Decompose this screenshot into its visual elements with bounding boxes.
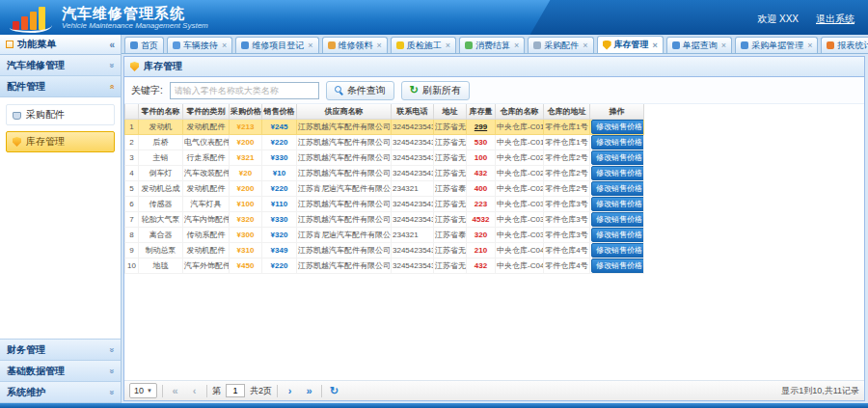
tab-repair-register[interactable]: 维修项目登记× — [235, 37, 318, 53]
tab-car[interactable]: 车辆接待× — [167, 37, 232, 53]
cell-action: 修改销售价格 — [590, 180, 644, 196]
column-header-warehouse[interactable]: 仓库的名称 — [496, 104, 544, 119]
modify-price-button[interactable]: 修改销售价格 — [591, 150, 644, 165]
tab-close-icon[interactable]: × — [583, 41, 587, 50]
column-header-sale[interactable]: 销售价格 — [262, 104, 297, 119]
cell-address: 江苏省无锡市 — [434, 150, 467, 165]
tab-quality-check[interactable]: 质检施工× — [391, 37, 456, 53]
keyword-input[interactable] — [170, 82, 319, 99]
sidebar-section-header[interactable]: 系统维护» — [0, 382, 121, 403]
column-header-action[interactable]: 操作 — [590, 104, 644, 119]
table-row[interactable]: 8离合器传动系配件¥300¥320江苏肯尼迪汽车配件有限公司234321江苏省泰… — [125, 227, 644, 242]
cell-name: 发动机总成 — [139, 180, 183, 196]
column-header-phone[interactable]: 联系电话 — [392, 104, 434, 119]
modify-price-button[interactable]: 修改销售价格 — [591, 243, 644, 258]
sidebar-section-header[interactable]: 配件管理» — [0, 76, 121, 97]
query-button[interactable]: 条件查询 — [326, 81, 394, 100]
cell-warehouse_addr: 零件仓库2号 — [544, 165, 590, 180]
app-title: 汽车维修管理系统 — [62, 5, 208, 21]
tab-billing[interactable]: 消费结算× — [459, 37, 525, 53]
cell-warehouse_addr: 零件仓库1号 — [544, 119, 590, 134]
chevron-down-icon: » — [106, 63, 116, 68]
table-row[interactable]: 2后桥电气仪表配件¥200¥220江苏凯越汽车配件有限公司32454235432… — [125, 134, 644, 150]
cell-action: 修改销售价格 — [590, 258, 644, 273]
repair-register-icon — [241, 41, 249, 49]
tab-purchase-parts[interactable]: 采购配件× — [528, 37, 593, 53]
page-size-select[interactable]: 10 ▼ — [129, 383, 157, 398]
tab-close-icon[interactable]: × — [308, 41, 312, 50]
cell-sale: ¥245 — [262, 119, 297, 134]
cell-stock: 100 — [467, 150, 496, 165]
tab-close-icon[interactable]: × — [446, 41, 450, 50]
first-page-button[interactable]: « — [168, 384, 182, 398]
tab-purchase-docs[interactable]: 采购单据管理× — [735, 37, 818, 53]
column-header-address[interactable]: 地址 — [434, 104, 467, 119]
column-header-supplier[interactable]: 供应商名称 — [297, 104, 392, 119]
sidebar-section-label: 财务管理 — [7, 343, 45, 357]
tab-inventory-shield[interactable]: 库存管理× — [597, 36, 664, 53]
modify-price-button[interactable]: 修改销售价格 — [591, 166, 644, 180]
tab-close-icon[interactable]: × — [653, 41, 658, 50]
cell-warehouse: 中央仓库-C03 — [496, 211, 544, 227]
tab-close-icon[interactable]: × — [514, 41, 519, 50]
table-row[interactable]: 5发动机总成发动机配件¥200¥220江苏肯尼迪汽车配件有限公司234321江苏… — [125, 180, 644, 196]
table-row[interactable]: 3主销行走系配件¥321¥330江苏凯越汽车配件有限公司32454235432江… — [125, 150, 644, 165]
modify-price-button[interactable]: 修改销售价格 — [591, 135, 644, 150]
column-header-category[interactable]: 零件的类别 — [183, 104, 230, 119]
column-header-stock[interactable]: 库存量 — [467, 104, 496, 119]
sidebar-section-content: 采购配件库存管理 — [0, 97, 121, 340]
modify-price-button[interactable]: 修改销售价格 — [591, 212, 644, 227]
cell-supplier: 江苏凯越汽车配件有限公司 — [297, 134, 392, 150]
refresh-all-button[interactable]: ↻ 刷新所有 — [401, 81, 470, 100]
tab-home[interactable]: 首页 — [124, 37, 164, 53]
cell-warehouse: 中央仓库-C01 — [496, 119, 544, 134]
table-row[interactable]: 6传感器汽车灯具¥100¥110江苏凯越汽车配件有限公司32454235432江… — [125, 196, 644, 211]
reload-page-icon[interactable]: ↻ — [327, 384, 341, 398]
modify-price-button[interactable]: 修改销售价格 — [591, 258, 644, 273]
cell-warehouse_addr: 零件仓库2号 — [544, 180, 590, 196]
prev-page-button[interactable]: ‹ — [187, 384, 202, 398]
table-row[interactable]: 9制动总泵发动机配件¥310¥349江苏凯越汽车配件有限公司3245423543… — [125, 242, 644, 258]
next-page-button[interactable]: › — [283, 384, 297, 398]
sidebar-item[interactable]: 采购配件 — [6, 104, 115, 125]
cell-address: 江苏省无锡市 — [434, 196, 467, 211]
sidebar-section-header[interactable]: 财务管理» — [0, 340, 121, 361]
table-row[interactable]: 1发动机发动机配件¥213¥245江苏凯越汽车配件有限公司32454235432… — [125, 119, 644, 134]
table-row[interactable]: 4倒车灯汽车改装配件¥20¥10江苏凯越汽车配件有限公司32454235432江… — [125, 165, 644, 180]
column-header-warehouse_addr[interactable]: 仓库的地址 — [544, 104, 590, 119]
table-row[interactable]: 7轮胎大气泵汽车内饰配件¥320¥330江苏凯越汽车配件有限公司32454235… — [125, 211, 644, 227]
sidebar-section-header[interactable]: 汽车维修管理» — [0, 55, 121, 76]
tab-materials[interactable]: 维修领料× — [322, 37, 388, 53]
logout-link[interactable]: 退出系统 — [816, 13, 854, 26]
modify-price-button[interactable]: 修改销售价格 — [591, 120, 644, 134]
tab-doc-search[interactable]: 单据查询× — [666, 37, 732, 53]
column-header-purchase[interactable]: 采购价格 — [230, 104, 262, 119]
modify-price-button[interactable]: 修改销售价格 — [591, 181, 644, 196]
cell-stock: 432 — [467, 165, 496, 180]
cell-category: 发动机配件 — [183, 119, 230, 134]
page-number-input[interactable] — [226, 384, 245, 397]
cell-name: 发动机 — [139, 119, 183, 134]
tab-close-icon[interactable]: × — [222, 41, 227, 50]
tab-close-icon[interactable]: × — [807, 41, 812, 50]
sidebar-section-header[interactable]: 基础数据管理» — [0, 361, 121, 382]
cell-name: 制动总泵 — [139, 242, 183, 258]
cell-stock: 530 — [467, 134, 496, 150]
modify-price-button[interactable]: 修改销售价格 — [591, 197, 644, 211]
report-stats-icon — [827, 41, 834, 49]
tab-close-icon[interactable]: × — [721, 41, 726, 50]
bottom-border — [0, 403, 868, 408]
table-row[interactable]: 10地毯汽车外饰配件¥450¥220江苏凯越汽车配件有限公司3245423543… — [125, 258, 644, 273]
column-header-no[interactable] — [125, 104, 139, 119]
column-header-name[interactable]: 零件的名称 — [139, 104, 183, 119]
cell-category: 发动机配件 — [183, 242, 230, 258]
sidebar-item[interactable]: 库存管理 — [6, 131, 115, 152]
collapse-sidebar-icon[interactable]: « — [109, 40, 115, 50]
tab-report-stats[interactable]: 报表统计× — [821, 37, 868, 53]
cell-supplier: 江苏凯越汽车配件有限公司 — [297, 258, 392, 273]
data-grid: 零件的名称零件的类别采购价格销售价格供应商名称联系电话地址库存量仓库的名称仓库的… — [124, 104, 864, 380]
last-page-button[interactable]: » — [302, 384, 316, 398]
modify-price-button[interactable]: 修改销售价格 — [591, 228, 644, 242]
cell-sale: ¥220 — [262, 134, 297, 150]
tab-close-icon[interactable]: × — [377, 41, 382, 50]
